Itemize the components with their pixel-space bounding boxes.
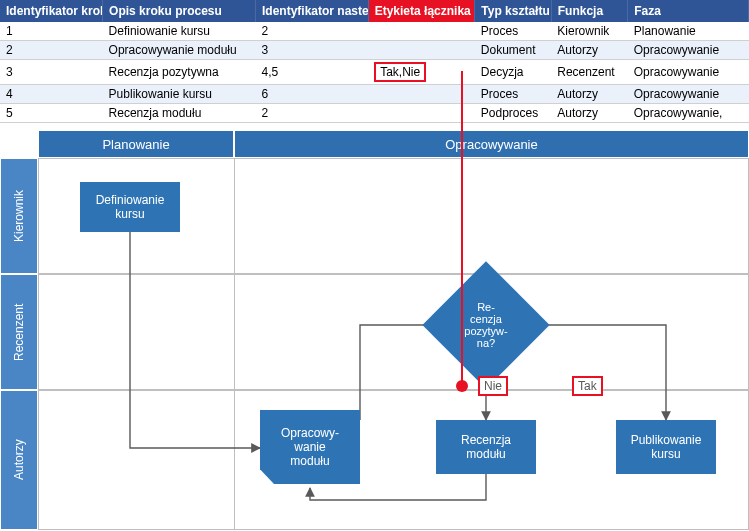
- col-id: Identyfikator kroku p: [0, 0, 103, 22]
- cell-et: Tak,Nie: [368, 60, 475, 85]
- lane-recenzent: Recenzent: [0, 274, 38, 390]
- col-funkcja: Funkcja: [551, 0, 627, 22]
- table-row: 5 Recenzja modułu 2 Podproces Autorzy Op…: [0, 104, 749, 123]
- cell-et: [368, 22, 475, 41]
- cell-fun: Kierownik: [551, 22, 627, 41]
- col-nast: Identyfikator naste: [256, 0, 369, 22]
- phase-planowanie: Planowanie: [38, 130, 234, 158]
- cell-faza: Opracowywanie: [628, 60, 749, 85]
- cell-id: 4: [0, 85, 103, 104]
- callout-dot: [456, 380, 468, 392]
- process-table: Identyfikator kroku p Opis kroku procesu…: [0, 0, 749, 123]
- phase-divider: [234, 158, 235, 530]
- connector-label-nie: Nie: [478, 376, 508, 396]
- cell-nast: 4,5: [256, 60, 369, 85]
- cell-opis: Recenzja pozytywna: [103, 60, 256, 85]
- cell-opis: Opracowywanie modułu: [103, 41, 256, 60]
- cell-opis: Definiowanie kursu: [103, 22, 256, 41]
- cell-opis: Publikowanie kursu: [103, 85, 256, 104]
- col-opis: Opis kroku procesu: [103, 0, 256, 22]
- cell-typ: Proces: [475, 22, 551, 41]
- shape-opracowywanie: Opracowy-waniemodułu: [260, 410, 360, 484]
- cell-typ: Dokument: [475, 41, 551, 60]
- phase-opracowywanie: Opracowywanie: [234, 130, 749, 158]
- cell-faza: Planowanie: [628, 22, 749, 41]
- lane-body: [38, 274, 749, 390]
- cell-opis: Recenzja modułu: [103, 104, 256, 123]
- lane-autorzy: Autorzy: [0, 390, 38, 530]
- cell-fun: Recenzent: [551, 60, 627, 85]
- col-etykieta: Etykieta łącznika: [368, 0, 475, 22]
- cell-typ: Decyzja: [475, 60, 551, 85]
- cell-faza: Opracowywanie: [628, 41, 749, 60]
- cell-faza: Opracowywanie: [628, 85, 749, 104]
- connector-label-tak: Tak: [572, 376, 603, 396]
- col-faza: Faza: [628, 0, 749, 22]
- lane-kierownik: Kierownik: [0, 158, 38, 274]
- cell-fun: Autorzy: [551, 104, 627, 123]
- flowchart-diagram: Planowanie Opracowywanie Kierownik Recen…: [0, 130, 749, 530]
- cell-nast: 2: [256, 22, 369, 41]
- phase-header-row: Planowanie Opracowywanie: [38, 130, 749, 158]
- cell-et: [368, 85, 475, 104]
- cell-id: 2: [0, 41, 103, 60]
- shape-decision: Re-cenzjapozytyw-na?: [441, 280, 531, 370]
- cell-id: 1: [0, 22, 103, 41]
- cell-faza: Opracowywanie,: [628, 104, 749, 123]
- cell-id: 3: [0, 60, 103, 85]
- cell-id: 5: [0, 104, 103, 123]
- cell-et: [368, 41, 475, 60]
- callout-line: [461, 71, 463, 386]
- shape-definiowanie: Definiowanie kursu: [80, 182, 180, 232]
- cell-nast: 2: [256, 104, 369, 123]
- cell-nast: 3: [256, 41, 369, 60]
- cell-typ: Proces: [475, 85, 551, 104]
- shape-publikowanie: Publikowaniekursu: [616, 420, 716, 474]
- table-row: 2 Opracowywanie modułu 3 Dokument Autorz…: [0, 41, 749, 60]
- decision-text: Re-cenzjapozytyw-na?: [441, 280, 531, 370]
- cell-fun: Autorzy: [551, 41, 627, 60]
- cell-typ: Podproces: [475, 104, 551, 123]
- col-typ: Typ kształtu: [475, 0, 551, 22]
- etykieta-highlight: Tak,Nie: [374, 62, 426, 82]
- cell-nast: 6: [256, 85, 369, 104]
- table-row: 1 Definiowanie kursu 2 Proces Kierownik …: [0, 22, 749, 41]
- table-row: 4 Publikowanie kursu 6 Proces Autorzy Op…: [0, 85, 749, 104]
- shape-recenzja: Recenzjamodułu: [436, 420, 536, 474]
- cell-fun: Autorzy: [551, 85, 627, 104]
- cell-et: [368, 104, 475, 123]
- table-row: 3 Recenzja pozytywna 4,5 Tak,Nie Decyzja…: [0, 60, 749, 85]
